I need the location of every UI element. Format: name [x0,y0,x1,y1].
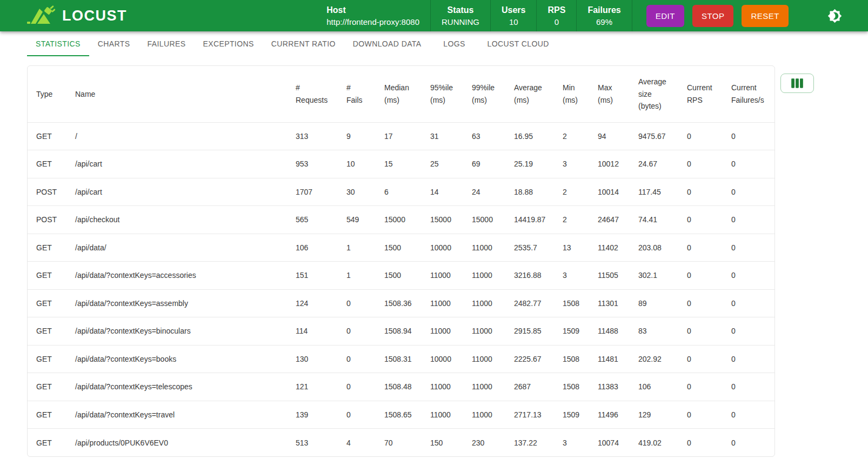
cell-average: 137.22 [505,429,554,457]
cell-median: 1508.48 [376,373,422,401]
cell-name: / [66,122,287,150]
column-header-min[interactable]: Min (ms) [554,66,589,122]
stop-button[interactable]: STOP [692,5,734,27]
cell-current_failures: 0 [723,345,775,373]
cell-current_failures: 0 [723,178,775,206]
cell-avg_size: 89 [630,289,678,317]
column-header-current_rps[interactable]: Current RPS [678,66,723,122]
cell-avg_size: 203.08 [630,234,678,262]
cell-fails: 30 [338,178,376,206]
tab-exceptions[interactable]: EXCEPTIONS [194,31,262,56]
column-header-p99[interactable]: 99%ile (ms) [463,66,505,122]
edit-button[interactable]: EDIT [646,5,684,27]
cell-avg_size: 83 [630,317,678,346]
cell-max: 11488 [589,317,630,346]
stat-users: Users 10 [490,0,536,31]
column-header-name[interactable]: Name [66,66,287,122]
cell-p95: 10000 [422,345,463,373]
cell-fails: 0 [338,345,376,373]
table-row: GET/api/data/?contextKeys=accessories151… [28,262,775,290]
column-header-median[interactable]: Median (ms) [376,66,422,122]
cell-average: 2687 [505,373,554,401]
cell-type: GET [28,289,66,317]
cell-fails: 9 [338,122,376,150]
tab-current-ratio[interactable]: CURRENT RATIO [263,31,344,56]
table-row: GET/api/products/0PUK6V6EV05134701502301… [28,429,775,457]
cell-requests: 313 [287,122,338,150]
column-header-type[interactable]: Type [28,66,66,122]
table-row: POST/api/cart1707306142418.88210014117.4… [28,178,775,206]
cell-current_failures: 0 [723,317,775,346]
cell-type: GET [28,150,66,178]
cell-min: 2 [554,206,589,234]
column-header-max[interactable]: Max (ms) [589,66,630,122]
stat-failures-value: 69% [587,17,620,26]
cell-avg_size: 74.41 [630,206,678,234]
cell-current_rps: 0 [678,178,723,206]
cell-type: GET [28,429,66,457]
tab-bar: STATISTICSCHARTSFAILURESEXCEPTIONSCURREN… [0,31,868,56]
view-columns-icon [790,76,804,90]
cell-p95: 150 [422,429,463,457]
cell-median: 15 [376,150,422,178]
cell-average: 2915.85 [505,317,554,346]
cell-requests: 139 [287,401,338,429]
cell-current_rps: 0 [678,429,723,457]
column-header-requests[interactable]: # Requests [287,66,338,122]
cell-name: /api/data/?contextKeys=telescopes [66,373,287,401]
cell-max: 94 [589,122,630,150]
column-header-p95[interactable]: 95%ile (ms) [422,66,463,122]
dark-mode-brightness-icon [827,9,842,23]
tab-logs[interactable]: LOGS [430,31,479,56]
cell-current_failures: 0 [723,429,775,457]
column-header-fails[interactable]: # Fails [338,66,376,122]
cell-median: 70 [376,429,422,457]
cell-max: 11301 [589,289,630,317]
column-header-current_failures[interactable]: Current Failures/s [723,66,775,122]
cell-min: 2 [554,122,589,150]
reset-button[interactable]: RESET [742,5,789,27]
column-header-average[interactable]: Average (ms) [505,66,554,122]
cell-current_failures: 0 [723,373,775,401]
stat-users-value: 10 [502,17,525,26]
cell-p99: 11000 [463,289,505,317]
stat-rps: RPS 0 [536,0,576,31]
cell-requests: 953 [287,150,338,178]
cell-requests: 106 [287,234,338,262]
cell-max: 11402 [589,234,630,262]
column-header-avg_size[interactable]: Average size (bytes) [630,66,678,122]
tab-failures[interactable]: FAILURES [139,31,195,56]
cell-p95: 25 [422,150,463,178]
tab-statistics[interactable]: STATISTICS [27,31,89,56]
cell-p95: 11000 [422,289,463,317]
cell-fails: 4 [338,429,376,457]
cell-min: 1508 [554,373,589,401]
cell-max: 10012 [589,150,630,178]
cell-current_rps: 0 [678,289,723,317]
statistics-table-card: TypeName# Requests# FailsMedian (ms)95%i… [27,65,775,457]
theme-toggle-button[interactable] [827,9,842,23]
cell-current_rps: 0 [678,401,723,429]
cell-current_rps: 0 [678,373,723,401]
cell-p99: 11000 [463,317,505,346]
cell-median: 1508.36 [376,289,422,317]
cell-fails: 0 [338,289,376,317]
table-row: GET/api/data/?contextKeys=books13001508.… [28,345,775,373]
tab-charts[interactable]: CHARTS [89,31,139,56]
cell-current_rps: 0 [678,234,723,262]
cell-fails: 0 [338,317,376,346]
column-selector-button[interactable] [780,74,814,93]
cell-name: /api/data/?contextKeys=accessories [66,262,287,290]
tab-download-data[interactable]: DOWNLOAD DATA [344,31,430,56]
cell-max: 11505 [589,262,630,290]
cell-current_failures: 0 [723,234,775,262]
cell-p95: 31 [422,122,463,150]
tab-locust-cloud[interactable]: LOCUST CLOUD [479,31,558,56]
stat-status-label: Status [442,5,479,15]
stat-users-label: Users [502,5,525,15]
cell-avg_size: 106 [630,373,678,401]
cell-p95: 11000 [422,317,463,346]
cell-avg_size: 129 [630,401,678,429]
cell-current_failures: 0 [723,122,775,150]
cell-requests: 1707 [287,178,338,206]
